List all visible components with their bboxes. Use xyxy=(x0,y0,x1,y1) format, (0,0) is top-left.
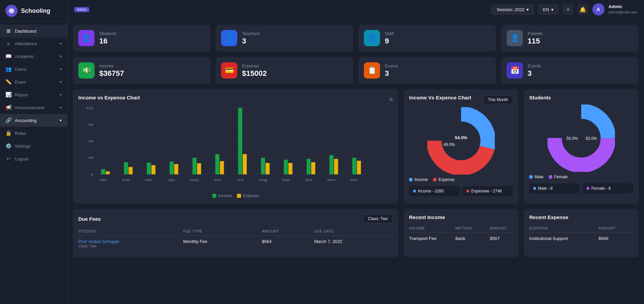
col-student: Student xyxy=(78,229,183,233)
lang-selector[interactable]: EN ▾ xyxy=(538,5,559,14)
sidebar-item-label: Report xyxy=(15,92,28,97)
chevron-down-icon: ▾ xyxy=(551,7,554,12)
col-income: Income xyxy=(409,226,455,230)
topbar: Admin Session: 2022 ▾ EN ▾ ☀ 🔔 A Admin a… xyxy=(68,0,644,19)
chevron-icon: ▾ xyxy=(60,93,62,97)
svg-text:Aug: Aug xyxy=(259,178,267,182)
this-month-button[interactable]: This Month xyxy=(483,95,513,104)
income-amount-cell: $567 xyxy=(490,236,513,241)
due-fees-card: Due Fees Class: Two Student Fee Type Amo… xyxy=(73,209,398,257)
svg-rect-12 xyxy=(106,172,110,175)
stat-info-exams: Exams 3 xyxy=(385,63,398,78)
bar-chart-container: 120 90 60 30 0 xyxy=(78,104,393,192)
fee-type-cell: Monthly Fee xyxy=(183,239,262,244)
income-legend-color xyxy=(212,194,216,198)
expense-legend: Expense xyxy=(237,193,259,198)
sidebar-item-users[interactable]: 👥 Users ▾ xyxy=(0,63,67,75)
income-expense-footer: Income - 3280 Expensee - 2746 xyxy=(409,186,513,196)
sidebar-item-exam[interactable]: ✏️ Exam ▾ xyxy=(0,75,67,88)
svg-text:Sep: Sep xyxy=(282,178,290,182)
due-fees-header: Due Fees Class: Two xyxy=(78,214,393,223)
bar-chart-menu-icon[interactable]: ≡ xyxy=(389,96,393,103)
sidebar-logo: Schooling xyxy=(0,0,67,22)
col-expense: Expense xyxy=(529,226,598,230)
svg-text:Feb: Feb xyxy=(122,178,130,182)
class-badge-button[interactable]: Class: Two xyxy=(363,214,393,223)
users-icon: 👥 xyxy=(5,66,11,72)
expense-legend-color xyxy=(237,194,241,198)
svg-text:60: 60 xyxy=(88,139,94,143)
sidebar-item-announcement[interactable]: 📢 Announcement ▾ xyxy=(0,101,67,114)
donut-svg-wrap: 54.0% 46.0% xyxy=(409,107,513,175)
staff-value: 9 xyxy=(385,37,394,45)
female-badge-dot xyxy=(587,187,589,190)
income-value: $36757 xyxy=(99,69,124,78)
sidebar-item-attendence[interactable]: ≡ Attendence ▾ xyxy=(0,37,67,50)
col-expense-amount: Amount xyxy=(598,226,633,230)
female-legend-text: Female xyxy=(554,175,568,179)
exam-icon: ✏️ xyxy=(5,79,11,85)
svg-rect-17 xyxy=(170,161,174,174)
stat-card-events: 📅 Events 3 xyxy=(501,57,639,84)
dashboard: 👤 Students 16 👤 Teachers 3 👤 Staff 9 xyxy=(68,19,644,304)
svg-text:Apr: Apr xyxy=(168,178,175,182)
sidebar-item-settings[interactable]: ⚙️ Settings xyxy=(0,140,67,152)
chevron-icon: ▾ xyxy=(60,41,62,46)
sidebar-item-roles[interactable]: 🔒 Roles xyxy=(0,127,67,140)
students-label: Students xyxy=(99,31,116,36)
stat-info-events: Events 3 xyxy=(528,63,541,78)
svg-text:30: 30 xyxy=(88,156,94,160)
bar-chart-card: Income vs Expense Chart ≡ 120 90 6 xyxy=(73,89,398,204)
female-footer-badge: Female - 8 xyxy=(583,183,633,193)
students-donut-card: Students 50.0% 50.0% Male xyxy=(524,89,639,204)
session-selector[interactable]: Session: 2022 ▾ xyxy=(491,5,534,14)
academic-icon: 📖 xyxy=(5,53,11,59)
bar-chart-title: Income vs Expense Chart xyxy=(78,95,140,100)
svg-text:Nov: Nov xyxy=(327,178,336,182)
sidebar-item-dashboard[interactable]: ⊞ Dashboard xyxy=(0,25,67,37)
events-icon: 📅 xyxy=(507,62,523,79)
stat-card-students: 👤 Students 16 xyxy=(73,25,210,52)
recent-income-card: Recent Income Income Method Amount Trans… xyxy=(404,209,518,257)
sidebar-item-academic[interactable]: 📖 Academic ▾ xyxy=(0,50,67,63)
stat-info-students: Students 16 xyxy=(99,31,116,45)
stat-info-income: Income $36757 xyxy=(99,63,124,78)
charts-row: Income vs Expense Chart ≡ 120 90 6 xyxy=(73,89,639,204)
app-name: Schooling xyxy=(21,7,50,14)
svg-rect-18 xyxy=(174,164,178,175)
svg-text:54.0%: 54.0% xyxy=(455,135,467,140)
stat-cards-row2: 💵 Income $36757 💳 Expense $15002 📋 Exams… xyxy=(73,57,639,84)
method-cell: Bank xyxy=(455,236,490,241)
exams-label: Exams xyxy=(385,63,398,68)
due-fees-cols: Student Fee Type Amount Due Date xyxy=(78,227,393,236)
col-fee-type: Fee Type xyxy=(183,229,262,233)
svg-text:50.0%: 50.0% xyxy=(586,136,597,141)
male-badge-dot xyxy=(533,187,536,190)
sidebar-item-label: Settings xyxy=(15,144,31,149)
sidebar-item-label: Announcement xyxy=(15,105,44,110)
logo-icon xyxy=(5,5,18,17)
income-legend-label: Income xyxy=(218,193,232,198)
male-legend-item: Male xyxy=(529,175,543,179)
recent-expense-header: Recent Expense xyxy=(529,214,633,220)
exams-value: 3 xyxy=(385,69,398,78)
svg-rect-28 xyxy=(288,163,292,174)
svg-text:Dec: Dec xyxy=(350,178,358,182)
exams-icon: 📋 xyxy=(364,62,380,79)
sidebar-item-logout[interactable]: ↩ Logout xyxy=(0,152,67,165)
income-expense-legend: Income Expense xyxy=(409,177,513,182)
bottom-row: Due Fees Class: Two Student Fee Type Amo… xyxy=(73,209,639,257)
svg-rect-15 xyxy=(147,162,151,174)
income-legend-text: Income xyxy=(414,177,428,182)
svg-rect-29 xyxy=(306,159,311,174)
attendence-icon: ≡ xyxy=(5,41,11,47)
svg-rect-26 xyxy=(266,163,270,174)
sidebar-item-accounting[interactable]: 🔗 Accounting ▾ xyxy=(0,114,67,127)
teachers-value: 3 xyxy=(242,37,260,45)
col-amount: Amount xyxy=(262,229,314,233)
theme-toggle-button[interactable]: ☀ xyxy=(563,4,573,15)
student-name[interactable]: Prof. Anibal Schuppe xyxy=(78,239,183,244)
sidebar-item-report[interactable]: 📊 Report ▾ xyxy=(0,88,67,101)
notification-bell-icon[interactable]: 🔔 xyxy=(578,4,588,15)
income-label: Income xyxy=(99,63,124,68)
